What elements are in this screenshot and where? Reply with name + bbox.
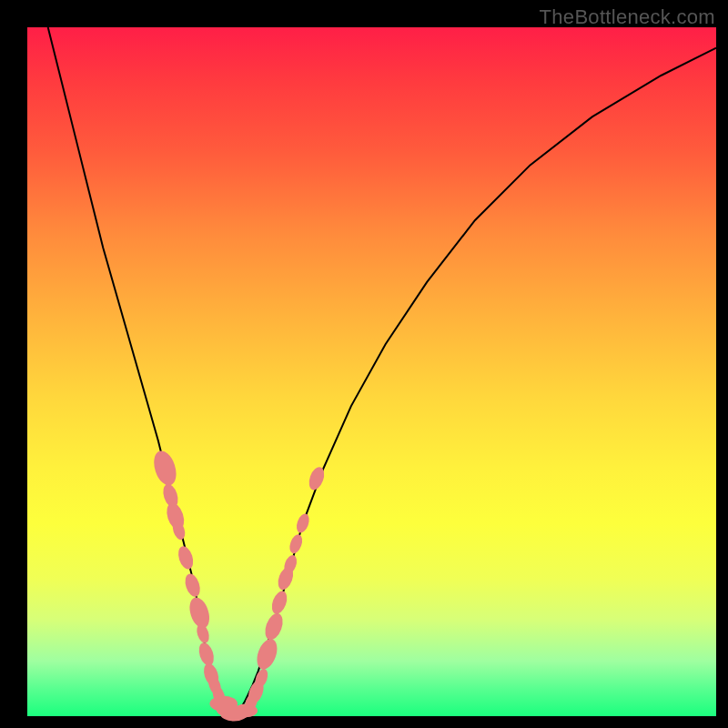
scatter-point [197, 641, 217, 667]
scatter-point [262, 611, 287, 642]
scatter-point [253, 636, 280, 672]
right-curve [234, 48, 716, 716]
scatter-points [150, 448, 327, 721]
scatter-point [294, 512, 311, 535]
scatter-point [288, 532, 305, 555]
watermark-label: TheBottleneck.com [540, 5, 715, 29]
scatter-point [195, 622, 211, 645]
scatter-point [150, 448, 180, 488]
chart-frame: TheBottleneck.com [0, 0, 728, 728]
curve-layer [27, 27, 716, 716]
scatter-point [269, 589, 290, 616]
scatter-point [176, 544, 196, 571]
plot-area [27, 27, 716, 716]
scatter-point [183, 571, 203, 598]
